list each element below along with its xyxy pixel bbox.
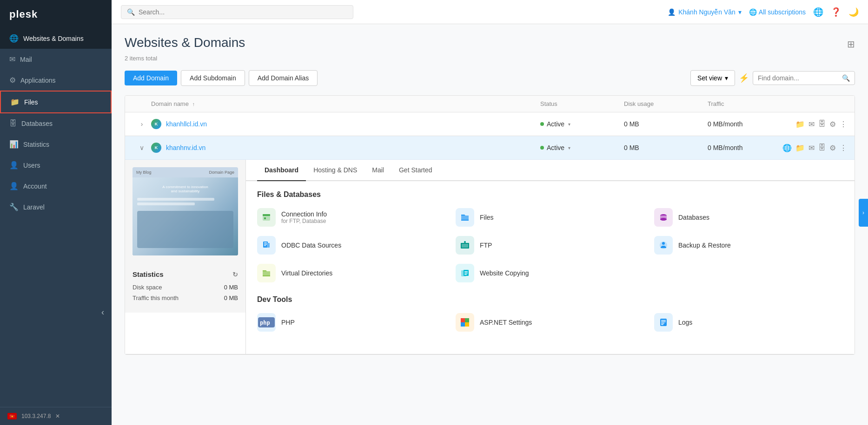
feature-aspnet[interactable]: ASP.NET Settings bbox=[456, 311, 645, 333]
sidebar-item-files[interactable]: 📁 Files bbox=[0, 91, 112, 113]
language-icon[interactable]: 🌐 bbox=[813, 7, 823, 17]
settings-icon-2[interactable]: ⚙ bbox=[829, 144, 836, 152]
feature-connection-info[interactable]: Connection Info for FTP, Database bbox=[257, 206, 446, 229]
domain-link-2[interactable]: khanhnv.id.vn bbox=[166, 144, 205, 151]
set-view-button[interactable]: Set view ▾ bbox=[690, 70, 735, 86]
layout-toggle-icon[interactable]: ⊞ bbox=[847, 39, 855, 50]
files-feature-icon bbox=[456, 208, 474, 227]
filter-icon[interactable]: ⚡ bbox=[739, 73, 749, 83]
disk-usage-1: 0 MB bbox=[624, 120, 708, 128]
sidebar-bottom: 🇻🇳 103.3.247.8 ✕ bbox=[0, 407, 112, 425]
sidebar-item-mail[interactable]: ✉ Mail bbox=[0, 49, 112, 70]
status-cell-1[interactable]: Active ▾ bbox=[540, 120, 624, 128]
aspnet-name: ASP.NET Settings bbox=[480, 319, 532, 326]
feature-databases[interactable]: Databases bbox=[654, 206, 843, 229]
user-menu[interactable]: 👤 Khánh Nguyễn Văn ▾ bbox=[668, 8, 742, 16]
refresh-icon[interactable]: ↻ bbox=[232, 271, 238, 278]
feature-website-copying[interactable]: Website Copying bbox=[456, 262, 645, 284]
db-icon-1[interactable]: 🗄 bbox=[818, 120, 826, 128]
sidebar-collapse-toggle[interactable]: ‹ bbox=[0, 303, 112, 322]
mail-icon-2[interactable]: ✉ bbox=[808, 144, 815, 152]
website-copying-name: Website Copying bbox=[480, 269, 529, 277]
feature-files[interactable]: Files bbox=[456, 206, 645, 229]
connection-info-sub: for FTP, Database bbox=[281, 218, 327, 224]
tab-mail[interactable]: Mail bbox=[364, 160, 391, 181]
web-icon-2[interactable]: 🌐 bbox=[782, 144, 792, 152]
folder-icon-2[interactable]: 📁 bbox=[795, 144, 805, 152]
svg-rect-2 bbox=[264, 217, 266, 219]
users-icon: 👤 bbox=[9, 161, 19, 170]
sidebar-item-databases[interactable]: 🗄 Databases bbox=[0, 113, 112, 134]
feature-virtual-dirs[interactable]: Virtual Directories bbox=[257, 262, 446, 284]
help-icon[interactable]: ❓ bbox=[831, 7, 841, 17]
search-input[interactable] bbox=[139, 8, 347, 16]
col-domain-name[interactable]: Domain name ↑ bbox=[151, 100, 540, 107]
theme-toggle-icon[interactable]: 🌙 bbox=[848, 7, 859, 17]
svg-rect-6 bbox=[264, 242, 267, 243]
feature-logs[interactable]: Logs bbox=[654, 311, 843, 333]
virtual-dirs-details: Virtual Directories bbox=[281, 269, 332, 277]
subscriptions-selector[interactable]: 🌐 All subscriptions bbox=[749, 8, 806, 16]
add-subdomain-button[interactable]: Add Subdomain bbox=[181, 70, 245, 86]
svg-rect-27 bbox=[661, 320, 666, 321]
folder-icon-1[interactable]: 📁 bbox=[795, 120, 805, 129]
domain-name-col-label: Domain name bbox=[151, 100, 189, 107]
tab-get-started[interactable]: Get Started bbox=[391, 160, 440, 181]
svg-rect-29 bbox=[661, 323, 664, 324]
globe-icon: 🌐 bbox=[749, 8, 757, 16]
status-cell-2[interactable]: Active ▾ bbox=[540, 144, 624, 151]
chevron-col: › bbox=[133, 120, 151, 128]
tab-dashboard[interactable]: Dashboard bbox=[257, 160, 306, 181]
add-domain-button[interactable]: Add Domain bbox=[125, 71, 177, 85]
feature-backup[interactable]: Backup & Restore bbox=[654, 234, 843, 256]
ftp-name: FTP bbox=[480, 242, 492, 249]
more-icon-2[interactable]: ⋮ bbox=[840, 144, 847, 152]
connection-info-name: Connection Info bbox=[281, 210, 327, 218]
domain-row-main-khanhnv: ∨ K khanhnv.id.vn Active ▾ 0 MB 0 MB/mon… bbox=[125, 136, 855, 159]
svg-rect-23 bbox=[465, 318, 469, 322]
sidebar-item-laravel[interactable]: 🔧 Laravel bbox=[0, 196, 112, 217]
close-ip-icon[interactable]: ✕ bbox=[55, 413, 60, 419]
php-icon: php bbox=[257, 313, 276, 332]
domain-link-1[interactable]: khanhllcl.id.vn bbox=[166, 120, 207, 128]
sidebar-item-websites-domains[interactable]: 🌐 Websites & Domains bbox=[0, 28, 112, 49]
set-view-caret-icon: ▾ bbox=[725, 74, 728, 82]
domain-row-main-khanhllcl: › K khanhllcl.id.vn Active ▾ 0 MB 0 MB/m… bbox=[125, 112, 855, 136]
sidebar-item-label: Mail bbox=[20, 56, 32, 63]
virtual-dirs-name: Virtual Directories bbox=[281, 269, 332, 277]
domain-name-cell-1: K khanhllcl.id.vn bbox=[151, 119, 540, 129]
preview-subline: and sustainability bbox=[137, 189, 233, 193]
expand-row-2-button[interactable]: ∨ bbox=[139, 144, 144, 151]
svg-rect-25 bbox=[465, 322, 469, 327]
sidebar-item-account[interactable]: 👤 Account bbox=[0, 176, 112, 196]
topbar: 🔍 👤 Khánh Nguyễn Văn ▾ 🌐 All subscriptio… bbox=[112, 0, 868, 24]
row-actions-2: 🌐 📁 ✉ 🗄 ⚙ ⋮ bbox=[791, 144, 847, 152]
sidebar-item-statistics[interactable]: 📊 Statistics bbox=[0, 134, 112, 155]
find-domain-input[interactable] bbox=[758, 74, 839, 82]
more-icon-1[interactable]: ⋮ bbox=[840, 120, 847, 129]
search-box[interactable]: 🔍 bbox=[121, 5, 353, 19]
collapse-icon: ‹ bbox=[101, 307, 104, 317]
db-icon-2[interactable]: 🗄 bbox=[818, 144, 826, 152]
stat-traffic-row: Traffic this month 0 MB bbox=[133, 294, 238, 301]
preview-line-2 bbox=[137, 203, 195, 205]
panel-tabs: Dashboard Hosting & DNS Mail Get Started bbox=[246, 160, 855, 181]
mail-icon-1[interactable]: ✉ bbox=[808, 120, 815, 129]
expand-row-1-button[interactable]: › bbox=[141, 120, 143, 128]
row-actions-1: 📁 ✉ 🗄 ⚙ ⋮ bbox=[791, 120, 847, 129]
feature-ftp[interactable]: FTP bbox=[456, 234, 645, 256]
sidebar-item-applications[interactable]: ⚙ Applications bbox=[0, 70, 112, 91]
feature-php[interactable]: php PHP bbox=[257, 311, 446, 333]
find-domain-box[interactable]: 🔍 bbox=[753, 71, 855, 85]
svg-rect-19 bbox=[464, 274, 467, 275]
right-edge-panel[interactable]: › bbox=[859, 199, 868, 227]
status-dot-2 bbox=[540, 146, 544, 150]
feature-odbc[interactable]: ODBC Data Sources bbox=[257, 234, 446, 256]
sidebar-item-users[interactable]: 👤 Users bbox=[0, 155, 112, 176]
svg-rect-17 bbox=[464, 271, 468, 272]
svg-rect-28 bbox=[661, 321, 666, 322]
settings-icon-1[interactable]: ⚙ bbox=[829, 120, 836, 129]
ftp-icon bbox=[456, 236, 474, 255]
tab-hosting-dns[interactable]: Hosting & DNS bbox=[306, 160, 364, 181]
add-domain-alias-button[interactable]: Add Domain Alias bbox=[249, 70, 318, 86]
